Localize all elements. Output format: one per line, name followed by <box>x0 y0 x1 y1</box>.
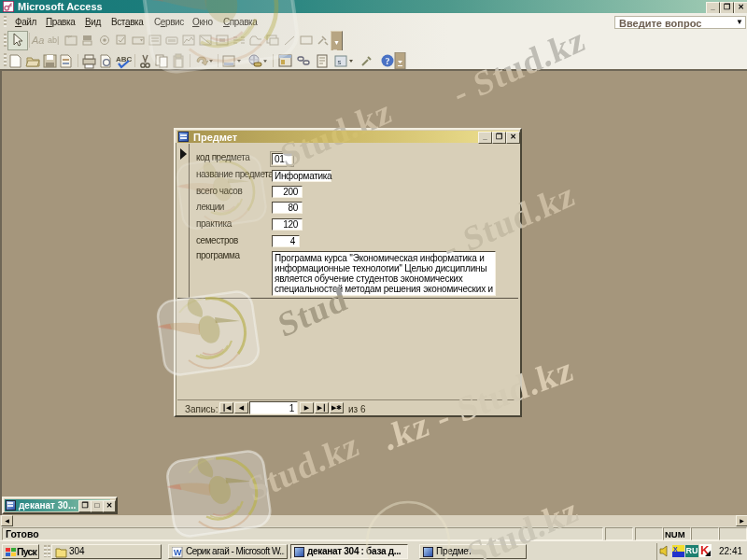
svg-text:Aa: Aa <box>31 35 44 46</box>
svg-text:ABC: ABC <box>116 55 133 63</box>
svg-text:W: W <box>174 548 182 557</box>
svg-text:?: ? <box>386 56 390 66</box>
svg-text:xyz: xyz <box>66 34 72 38</box>
svg-text:ab|: ab| <box>48 35 59 45</box>
svg-text:X: X <box>673 546 678 553</box>
svg-text:s: s <box>337 58 342 66</box>
